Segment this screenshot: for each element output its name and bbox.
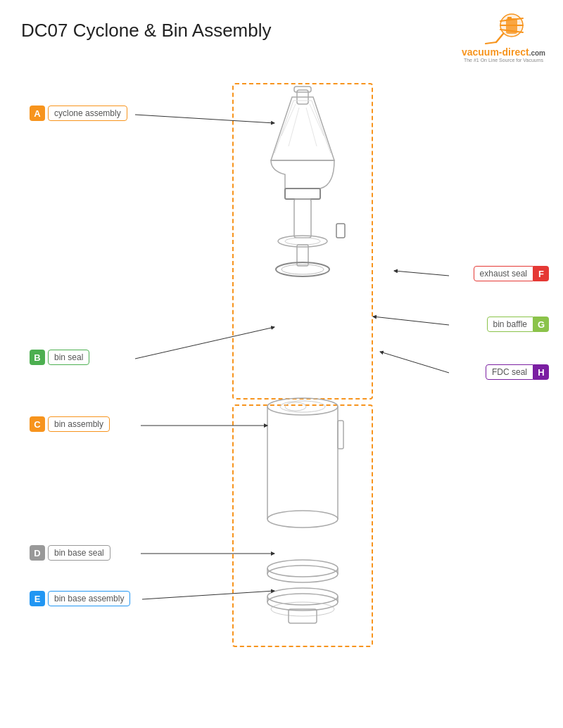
svg-rect-6 xyxy=(507,17,512,20)
svg-point-18 xyxy=(285,238,320,245)
page-title: DC07 Cyclone & Bin Assembly xyxy=(21,20,271,41)
svg-point-27 xyxy=(280,401,325,412)
badge-text-E: bin base assembly xyxy=(48,591,130,606)
badge-text-D: bin base seal xyxy=(48,545,110,561)
svg-rect-22 xyxy=(336,224,345,238)
svg-rect-16 xyxy=(294,199,311,238)
svg-rect-5 xyxy=(506,18,517,34)
svg-line-45 xyxy=(394,271,449,276)
svg-line-12 xyxy=(289,108,299,146)
svg-rect-29 xyxy=(338,421,343,449)
badge-text-H: FDC seal xyxy=(486,364,533,380)
logo-tagline: The #1 On Line Source for Vacuums xyxy=(464,58,543,63)
svg-line-14 xyxy=(306,108,317,146)
badge-text-A: cyclone assembly xyxy=(48,106,127,121)
badge-text-B: bin seal xyxy=(48,350,89,365)
badge-letter-C: C xyxy=(30,416,45,432)
badge-letter-G: G xyxy=(533,317,549,332)
badge-text-C: bin assembly xyxy=(48,416,110,432)
svg-line-8 xyxy=(486,42,496,44)
logo-suffix: .com xyxy=(529,49,545,57)
label-E: E bin base assembly xyxy=(30,591,130,606)
badge-text-G: bin baffle xyxy=(487,317,534,332)
svg-line-47 xyxy=(380,352,449,373)
logo-area: vacuum-direct.com The #1 On Line Source … xyxy=(462,13,545,63)
label-D: D bin base seal xyxy=(30,545,110,561)
logo-icon xyxy=(482,13,524,46)
badge-letter-A: A xyxy=(30,106,45,121)
label-G: bin baffle G xyxy=(487,317,550,332)
svg-point-28 xyxy=(285,402,306,411)
badge-letter-H: H xyxy=(533,364,549,380)
badge-letter-B: B xyxy=(30,350,45,365)
logo-name: vacuum-direct xyxy=(462,46,529,58)
label-A: A cyclone assembly xyxy=(30,106,127,121)
badge-text-F: exhaust seal xyxy=(474,266,533,281)
label-H: FDC seal H xyxy=(486,364,549,380)
badge-letter-F: F xyxy=(533,266,549,281)
svg-point-26 xyxy=(267,511,338,528)
parts-diagram xyxy=(232,83,373,646)
badge-letter-E: E xyxy=(30,591,45,606)
svg-line-46 xyxy=(373,317,449,325)
label-C: C bin assembly xyxy=(30,416,110,432)
label-B: B bin seal xyxy=(30,350,89,365)
svg-rect-15 xyxy=(285,189,320,199)
badge-letter-D: D xyxy=(30,545,45,561)
svg-line-7 xyxy=(496,34,503,42)
label-F: exhaust seal F xyxy=(474,266,549,281)
